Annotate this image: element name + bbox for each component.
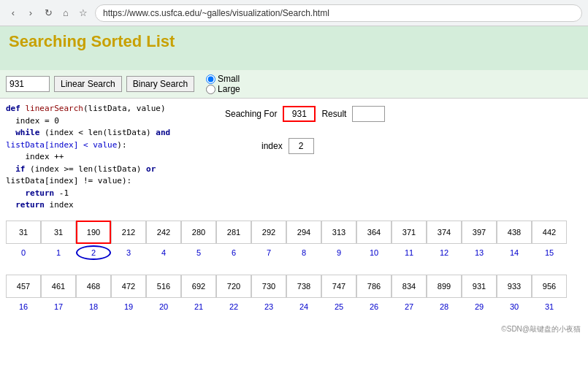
array-cell: 280: [181, 221, 216, 244]
array-cell: 472: [111, 275, 146, 298]
array-cell: 190: [76, 221, 111, 244]
code-line-1: def linearSearch(listData, value): [6, 103, 218, 115]
array-cell: 516: [146, 275, 181, 298]
code-line-7: return index: [6, 199, 218, 212]
search-value-input[interactable]: [6, 76, 50, 92]
array-index: 17: [41, 299, 76, 314]
array-cell: 442: [532, 221, 567, 244]
right-section: Seaching For 931 Result index 2: [225, 103, 582, 212]
array-cell: 212: [111, 221, 146, 244]
array-cell: 438: [497, 221, 532, 244]
array-index: 30: [497, 299, 532, 314]
array-cell: 374: [427, 221, 462, 244]
array-section-2: 4574614684725166927207307387477868348999…: [0, 270, 588, 324]
code-line-3: while (index < len(listData) and listDat…: [6, 127, 218, 151]
array-index: 15: [532, 245, 567, 260]
code-line-2: index = 0: [6, 115, 218, 128]
array-index: 6: [216, 245, 251, 260]
array-index: 25: [321, 299, 356, 314]
array-cells-row-1: 3131190212242280281292294313364371374397…: [6, 221, 582, 244]
radio-small-input[interactable]: [206, 74, 215, 84]
array-cell: 747: [321, 275, 356, 298]
array-index: 27: [392, 299, 427, 314]
result-label: Result: [321, 109, 346, 119]
array-index: 20: [146, 299, 181, 314]
array-cell: 933: [497, 275, 532, 298]
index-value-display: 2: [289, 138, 314, 154]
toolbar: Linear Search Binary Search Small Large: [0, 70, 588, 99]
array-index: 19: [111, 299, 146, 314]
array-cell: 371: [392, 221, 427, 244]
searching-for-label: Seaching For: [225, 109, 277, 119]
array-cell: 281: [216, 221, 251, 244]
result-value-display: [352, 106, 385, 122]
nav-refresh[interactable]: ↻: [41, 6, 56, 20]
code-line-4: index ++: [6, 151, 218, 164]
nav-forward[interactable]: ›: [23, 6, 38, 20]
radio-large-input[interactable]: [206, 85, 215, 94]
array-cell: 899: [427, 275, 462, 298]
array-index: 21: [181, 299, 216, 314]
radio-small[interactable]: Small: [206, 74, 240, 84]
code-line-6: return -1: [6, 188, 218, 200]
array-index: 22: [216, 299, 251, 314]
array-cell: 461: [41, 275, 76, 298]
array-section-1: 3131190212242280281292294313364371374397…: [0, 216, 588, 270]
page-title: Searching Sorted List: [9, 32, 579, 51]
array-index: 7: [251, 245, 286, 260]
array-index: 4: [146, 245, 181, 260]
array-index: 29: [462, 299, 497, 314]
array-cell: 834: [392, 275, 427, 298]
size-radio-group: Small Large: [206, 74, 240, 94]
array-cell: 956: [532, 275, 567, 298]
binary-search-button[interactable]: Binary Search: [126, 76, 194, 92]
array-index: 1: [41, 245, 76, 260]
array-cell: 738: [286, 275, 321, 298]
array-cell: 720: [216, 275, 251, 298]
array-index: 5: [181, 245, 216, 260]
nav-back[interactable]: ‹: [6, 6, 20, 20]
watermark: ©SDN@敲键盘的小夜猫: [0, 324, 588, 334]
linear-search-button[interactable]: Linear Search: [54, 76, 122, 92]
index-label: index: [261, 141, 283, 151]
array-index: 11: [392, 245, 427, 260]
array-cell: 294: [286, 221, 321, 244]
array-index: 12: [427, 245, 462, 260]
radio-small-label: Small: [218, 74, 240, 84]
array-index: 8: [286, 245, 321, 260]
array-cell: 364: [356, 221, 392, 244]
array-index: 3: [111, 245, 146, 260]
nav-star[interactable]: ☆: [76, 6, 91, 20]
array-cell: 397: [462, 221, 497, 244]
radio-large[interactable]: Large: [206, 84, 240, 94]
array-index: 26: [356, 299, 392, 314]
search-info: Seaching For 931 Result: [225, 103, 582, 125]
browser-chrome: ‹ › ↻ ⌂ ☆: [0, 0, 588, 26]
array-index: 9: [321, 245, 356, 260]
array-index: 18: [76, 299, 111, 314]
array-index: 13: [462, 245, 497, 260]
nav-buttons: ‹ › ↻ ⌂ ☆: [6, 6, 91, 20]
array-index: 0: [6, 245, 41, 260]
array-cell: 786: [356, 275, 392, 298]
array-cell: 931: [462, 275, 497, 298]
array-cell: 31: [6, 221, 41, 244]
index-row: index 2: [225, 138, 582, 154]
array-index: 2: [76, 245, 111, 260]
code-line-5: if (index >= len(listData) or listData[i…: [6, 164, 218, 188]
array-cell: 313: [321, 221, 356, 244]
array-indices-row-2: 16171819202122232425262728293031: [6, 299, 582, 314]
array-cell: 730: [251, 275, 286, 298]
array-cell: 692: [181, 275, 216, 298]
array-index: 14: [497, 245, 532, 260]
array-index: 23: [251, 299, 286, 314]
address-bar[interactable]: [95, 4, 582, 22]
array-cell: 31: [41, 221, 76, 244]
array-cell: 468: [76, 275, 111, 298]
array-index: 16: [6, 299, 41, 314]
array-index: 31: [532, 299, 567, 314]
radio-large-label: Large: [218, 84, 240, 94]
nav-home[interactable]: ⌂: [58, 6, 73, 20]
array-index: 28: [427, 299, 462, 314]
array-index: 24: [286, 299, 321, 314]
